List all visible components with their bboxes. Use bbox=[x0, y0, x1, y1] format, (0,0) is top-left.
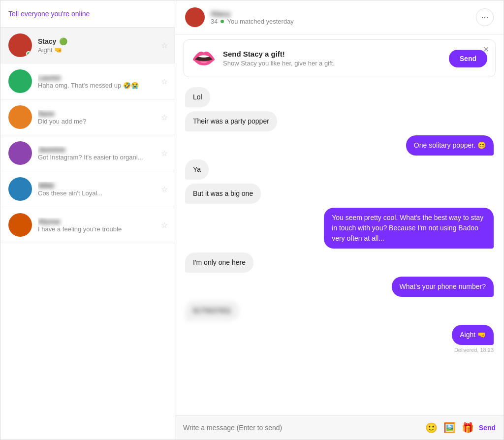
avatar bbox=[8, 69, 32, 93]
sidebar: Tell everyone you're online Stacy 🟢 Aigh… bbox=[0, 0, 175, 440]
contact-age: 34 bbox=[211, 18, 218, 25]
message-bubble: But it was a big one bbox=[185, 184, 261, 204]
gift-text: Send Stacy a gift! Show Stacy you like h… bbox=[223, 50, 442, 67]
star-icon[interactable]: ☆ bbox=[161, 185, 168, 194]
matched-text: You matched yesterday bbox=[227, 18, 293, 25]
star-icon[interactable]: ☆ bbox=[161, 149, 168, 158]
message-bubble: Their was a party popper bbox=[185, 111, 277, 131]
conv-name-blurred: Nikki bbox=[38, 182, 167, 189]
chat-header: Stacy 34 You matched yesterday ··· bbox=[175, 0, 504, 34]
list-item[interactable]: Nikki Cos these ain't Loyal... ☆ bbox=[0, 171, 175, 207]
message-bubble: Lol bbox=[185, 87, 210, 107]
app-container: Tell everyone you're online Stacy 🟢 Aigh… bbox=[0, 0, 504, 440]
list-item[interactable]: Stacy 🟢 Aight 🤜 ☆ bbox=[0, 28, 175, 63]
conv-info: Stacy 🟢 Aight 🤜 bbox=[38, 37, 167, 54]
message-input[interactable] bbox=[183, 424, 420, 432]
conv-name: Stacy 🟢 bbox=[38, 37, 167, 45]
conv-preview: Did you add me? bbox=[38, 118, 167, 125]
list-item[interactable]: Jasmine Got Instagram? It's easier to or… bbox=[0, 135, 175, 171]
avatar bbox=[8, 213, 32, 237]
star-icon[interactable]: ☆ bbox=[161, 77, 168, 86]
gift-lips-icon: 👄 bbox=[191, 47, 216, 70]
conv-name-blurred: Lauren bbox=[38, 74, 167, 82]
message-bubble: You seem pretty cool. What's the best wa… bbox=[324, 208, 494, 249]
conv-info: Lauren Haha omg. That's messed up 🤣😭 bbox=[38, 74, 167, 89]
list-item[interactable]: Dave Did you add me? ☆ bbox=[0, 99, 175, 135]
conv-info: Dave Did you add me? bbox=[38, 110, 167, 125]
message-bubble: One solitary popper. 😊 bbox=[406, 135, 494, 156]
avatar bbox=[8, 33, 32, 57]
send-gift-button[interactable]: Send bbox=[449, 50, 487, 67]
input-icons: 🙂 🖼️ 🎁 bbox=[425, 422, 474, 434]
delivered-status: Delivered, 18:23 bbox=[454, 347, 494, 353]
chat-header-info: Stacy 34 You matched yesterday bbox=[211, 9, 476, 25]
tell-everyone-link[interactable]: Tell everyone you're online bbox=[8, 10, 90, 18]
chat-contact-name: Stacy bbox=[211, 9, 476, 18]
conv-info: Nikki Cos these ain't Loyal... bbox=[38, 182, 167, 197]
list-item[interactable]: Lauren Haha omg. That's messed up 🤣😭 ☆ bbox=[0, 63, 175, 99]
avatar bbox=[8, 105, 32, 129]
emoji-icon[interactable]: 🙂 bbox=[425, 422, 438, 434]
star-icon[interactable]: ☆ bbox=[161, 113, 168, 122]
conv-preview: I have a feeling you're trouble bbox=[38, 225, 167, 233]
chat-input-area: 🙂 🖼️ 🎁 Send bbox=[175, 415, 504, 440]
message-bubble: What's your phone number? bbox=[392, 277, 494, 297]
conv-preview: Aight 🤜 bbox=[38, 46, 167, 54]
send-message-button[interactable]: Send bbox=[479, 424, 496, 432]
conv-preview: Cos these ain't Loyal... bbox=[38, 189, 167, 197]
conv-name-blurred: Alyssa bbox=[38, 218, 167, 225]
messages-area: Lol Their was a party popper One solitar… bbox=[175, 82, 504, 415]
gift-banner: ✕ 👄 Send Stacy a gift! Show Stacy you li… bbox=[183, 39, 496, 77]
conv-preview: Haha omg. That's messed up 🤣😭 bbox=[38, 82, 167, 89]
star-icon[interactable]: ☆ bbox=[161, 220, 168, 230]
more-icon: ··· bbox=[481, 12, 488, 23]
matched-dot bbox=[220, 20, 224, 23]
conv-info: Jasmine Got Instagram? It's easier to or… bbox=[38, 146, 167, 161]
message-bubble: I'm only one here bbox=[185, 252, 253, 273]
message-bubble: Ya bbox=[185, 159, 209, 180]
close-icon[interactable]: ✕ bbox=[483, 45, 489, 54]
gift-subtitle: Show Stacy you like her, give her a gift… bbox=[223, 60, 442, 67]
message-bubble-blurred: 8175637831 bbox=[185, 301, 239, 321]
star-icon[interactable]: ☆ bbox=[161, 41, 168, 50]
list-item[interactable]: Alyssa I have a feeling you're trouble ☆ bbox=[0, 207, 175, 243]
avatar bbox=[8, 141, 32, 165]
avatar bbox=[8, 177, 32, 201]
sidebar-header: Tell everyone you're online bbox=[0, 0, 175, 28]
gift-title: Send Stacy a gift! bbox=[223, 50, 442, 58]
conv-preview: Got Instagram? It's easier to organi... bbox=[38, 154, 167, 161]
chat-header-meta: 34 You matched yesterday bbox=[211, 18, 476, 25]
online-indicator bbox=[26, 51, 31, 56]
conv-info: Alyssa I have a feeling you're trouble bbox=[38, 218, 167, 233]
gift-icon[interactable]: 🎁 bbox=[462, 422, 474, 434]
chat-panel: Stacy 34 You matched yesterday ··· ✕ 👄 S… bbox=[175, 0, 504, 440]
conv-name-blurred: Dave bbox=[38, 110, 167, 118]
message-bubble: Aight 🤜 bbox=[452, 325, 494, 345]
more-options-button[interactable]: ··· bbox=[476, 8, 494, 26]
chat-header-avatar bbox=[185, 7, 205, 27]
image-icon[interactable]: 🖼️ bbox=[443, 422, 456, 434]
conv-name-blurred: Jasmine bbox=[38, 146, 167, 154]
conversation-list: Stacy 🟢 Aight 🤜 ☆ Lauren Haha omg. That'… bbox=[0, 28, 175, 440]
